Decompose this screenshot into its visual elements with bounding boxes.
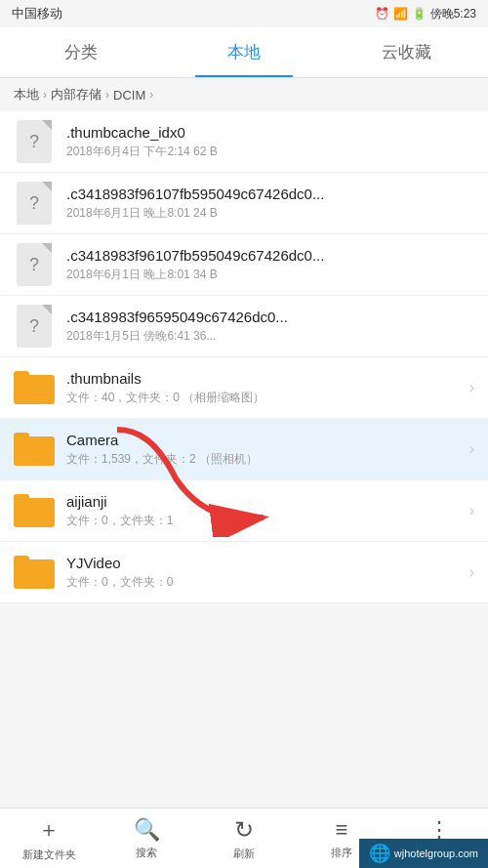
sort-icon: ≡ <box>336 817 348 843</box>
file-list-container: .thumbcache_idx0 2018年6月4日 下午2:14 62 B .… <box>0 111 488 807</box>
file-doc-icon <box>14 306 55 347</box>
file-list: .thumbcache_idx0 2018年6月4日 下午2:14 62 B .… <box>0 111 488 603</box>
carrier-text: 中国移动 <box>12 5 62 22</box>
sort-label: 排序 <box>331 846 352 860</box>
folder-icon-yjvideo <box>14 552 55 593</box>
breadcrumb-sep-3: › <box>149 88 153 102</box>
file-name: aijianji <box>66 493 379 510</box>
file-info: Camera 文件：1,539，文件夹：2 （照相机） <box>66 432 464 468</box>
list-item[interactable]: YJVideo 文件：0，文件夹：0 › <box>0 542 488 603</box>
breadcrumb-local[interactable]: 本地 <box>14 86 39 103</box>
chevron-right-icon: › <box>469 379 474 396</box>
file-doc-icon <box>14 244 55 285</box>
watermark-icon: 🌐 <box>369 843 390 864</box>
file-info: .c3418983f96107fb595049c67426dc0... 2018… <box>66 247 474 283</box>
folder-icon-camera <box>14 429 55 470</box>
status-icons: ⏰ 📶 🔋 傍晚5:23 <box>375 6 476 22</box>
file-info: .c3418983f96595049c67426dc0... 2018年1月5日… <box>66 309 474 345</box>
chevron-right-icon: › <box>469 440 474 458</box>
file-name: .thumbcache_idx0 <box>66 124 379 141</box>
tab-local-label: 本地 <box>227 41 261 63</box>
file-meta: 文件：1,539，文件夹：2 （照相机） <box>66 451 464 468</box>
main-content: 分类 本地 云收藏 本地 › 内部存储 › DCIM › .thumbcache… <box>0 27 488 868</box>
file-meta: 文件：40，文件夹：0 （相册缩略图） <box>66 390 464 406</box>
watermark-text: wjhotelgroup.com <box>394 847 478 859</box>
file-meta: 2018年6月1日 晚上8:01 24 B <box>66 205 474 222</box>
breadcrumb-dcim[interactable]: DCIM <box>113 88 145 103</box>
file-info: .thumbcache_idx0 2018年6月4日 下午2:14 62 B <box>66 124 474 160</box>
file-info: .c3418983f96107fb595049c67426dc0... 2018… <box>66 186 474 222</box>
wifi-icon: 📶 <box>393 7 408 21</box>
list-item[interactable]: .c3418983f96595049c67426dc0... 2018年1月5日… <box>0 296 488 357</box>
file-name: .c3418983f96595049c67426dc0... <box>66 309 379 325</box>
tab-classify[interactable]: 分类 <box>0 27 163 77</box>
tab-classify-label: 分类 <box>64 41 98 63</box>
file-meta: 文件：0，文件夹：1 <box>66 513 464 529</box>
file-meta: 文件：0，文件夹：0 <box>66 574 464 591</box>
refresh-button[interactable]: ↻ 刷新 <box>195 816 293 861</box>
search-label: 搜索 <box>136 846 157 860</box>
folder-icon-aijianji <box>14 490 55 531</box>
time-text: 傍晚5:23 <box>430 6 476 22</box>
list-item[interactable]: .c3418983f96107fb595049c67426dc0... 2018… <box>0 234 488 296</box>
search-button[interactable]: 🔍 搜索 <box>98 817 195 860</box>
file-doc-icon <box>14 121 55 162</box>
file-name: Camera <box>66 432 379 448</box>
new-folder-label: 新建文件夹 <box>22 847 76 862</box>
file-info: aijianji 文件：0，文件夹：1 <box>66 493 464 529</box>
list-item[interactable]: Camera 文件：1,539，文件夹：2 （照相机） › <box>0 419 488 480</box>
list-item[interactable]: aijianji 文件：0，文件夹：1 › <box>0 480 488 542</box>
refresh-icon: ↻ <box>234 816 254 844</box>
file-name: .c3418983f96107fb595049c67426dc0... <box>66 247 379 264</box>
file-info: .thumbnails 文件：40，文件夹：0 （相册缩略图） <box>66 370 464 406</box>
list-item[interactable]: .thumbnails 文件：40，文件夹：0 （相册缩略图） › <box>0 357 488 419</box>
tab-bar: 分类 本地 云收藏 <box>0 27 488 78</box>
refresh-label: 刷新 <box>233 847 255 861</box>
list-item[interactable]: .thumbcache_idx0 2018年6月4日 下午2:14 62 B <box>0 111 488 173</box>
file-doc-icon <box>14 183 55 224</box>
file-name: YJVideo <box>66 555 379 571</box>
tab-cloud[interactable]: 云收藏 <box>325 27 488 77</box>
alarm-icon: ⏰ <box>375 7 389 21</box>
file-name: .c3418983f96107fb595049c67426dc0... <box>66 186 379 202</box>
folder-icon-thumbnails <box>14 367 55 408</box>
status-bar: 中国移动 ⏰ 📶 🔋 傍晚5:23 <box>0 0 488 27</box>
breadcrumb-sep-1: › <box>43 88 47 102</box>
search-icon: 🔍 <box>134 817 160 843</box>
file-meta: 2018年6月4日 下午2:14 62 B <box>66 144 474 160</box>
chevron-right-icon: › <box>469 563 474 581</box>
breadcrumb-storage[interactable]: 内部存储 <box>51 86 102 103</box>
chevron-right-icon: › <box>469 502 474 519</box>
file-name: .thumbnails <box>66 370 379 387</box>
breadcrumb-sep-2: › <box>105 88 109 102</box>
file-meta: 2018年6月1日 晚上8:01 34 B <box>66 267 474 283</box>
breadcrumb: 本地 › 内部存储 › DCIM › <box>0 78 488 111</box>
list-item[interactable]: .c3418983f96107fb595049c67426dc0... 2018… <box>0 173 488 234</box>
tab-local[interactable]: 本地 <box>163 27 326 77</box>
tab-cloud-label: 云收藏 <box>382 41 431 63</box>
plus-icon: ＋ <box>38 815 60 845</box>
file-info: YJVideo 文件：0，文件夹：0 <box>66 555 464 591</box>
watermark: 🌐 wjhotelgroup.com <box>359 839 488 868</box>
battery-icon: 🔋 <box>412 7 427 21</box>
new-folder-button[interactable]: ＋ 新建文件夹 <box>0 815 98 862</box>
file-meta: 2018年1月5日 傍晚6:41 36... <box>66 328 474 345</box>
